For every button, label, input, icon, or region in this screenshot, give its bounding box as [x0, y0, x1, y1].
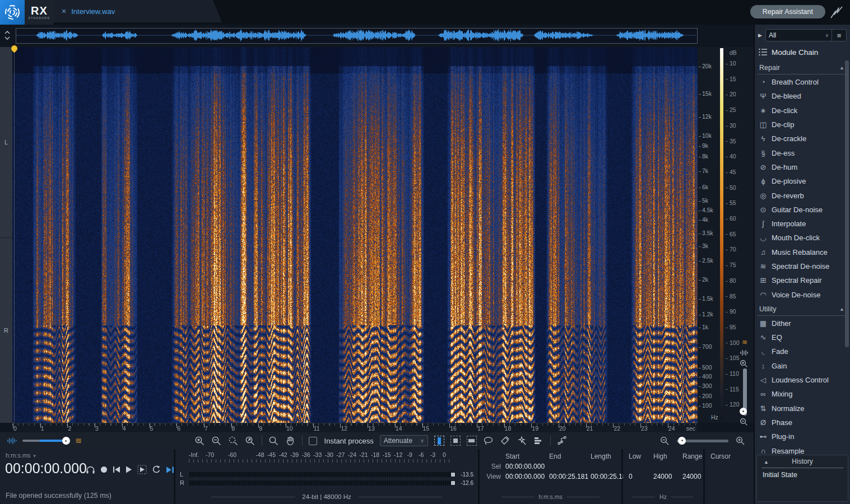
- module-item-de-crackle[interactable]: ϟDe-crackle: [755, 132, 850, 146]
- zoom-out-icon[interactable]: [211, 436, 222, 446]
- record-button[interactable]: [100, 466, 108, 473]
- instant-process-checkbox[interactable]: [309, 437, 317, 445]
- module-item-voice-de-noise[interactable]: ◠Voice De-noise: [755, 287, 850, 301]
- play-selection-button[interactable]: [137, 465, 147, 474]
- module-item-de-ess[interactable]: §De-ess: [755, 146, 850, 160]
- voice-de-noise-icon: ◠: [755, 291, 772, 299]
- module-item-de-plosive[interactable]: ɸDe-plosive: [755, 174, 850, 188]
- monitor-headphones-icon[interactable]: [86, 465, 95, 474]
- view-end-value[interactable]: 00:00:25.181: [549, 473, 589, 483]
- close-tab-icon[interactable]: ×: [62, 7, 66, 16]
- channel-left-strip[interactable]: L: [0, 47, 12, 238]
- sel-start-value[interactable]: 00:00:00.000: [505, 463, 548, 473]
- module-item-de-bleed[interactable]: ΨDe-bleed: [755, 89, 850, 103]
- magnify-tool-icon[interactable]: [268, 436, 279, 446]
- module-item-music-rebalance[interactable]: ♫Music Rebalance: [755, 245, 850, 259]
- waveform-blend-icon[interactable]: [7, 437, 17, 445]
- db-tick-label: 10: [726, 60, 736, 67]
- module-item-mixing[interactable]: ∞Mixing: [755, 387, 850, 401]
- loop-button[interactable]: [152, 465, 161, 474]
- grab-hand-icon[interactable]: [285, 436, 296, 446]
- meter-scale-label: -30: [325, 451, 333, 458]
- high-value[interactable]: 24000: [653, 473, 682, 483]
- module-item-gain[interactable]: ↕Gain: [755, 359, 850, 373]
- waveform-mode-icon[interactable]: [740, 349, 750, 358]
- spectrogram-view[interactable]: [12, 47, 698, 423]
- module-item-normalize[interactable]: ⇅Normalize: [755, 402, 850, 416]
- module-label: Dither: [772, 319, 791, 328]
- meter-scale-label: -70: [206, 451, 214, 458]
- hzoom-slider[interactable]: [677, 440, 728, 442]
- spectrogram-blend-icon[interactable]: ≋: [75, 437, 82, 445]
- hzoom-in-icon[interactable]: [735, 436, 746, 446]
- module-label: Fade: [772, 347, 788, 356]
- view-start-value[interactable]: 00:00:00.000: [505, 473, 548, 483]
- freq-tick-label: 700: [699, 343, 712, 350]
- module-item-de-click[interactable]: ∗De-click: [755, 104, 850, 118]
- brush-tool-icon[interactable]: [500, 436, 510, 446]
- module-item-dither[interactable]: ▦Dither: [755, 316, 850, 330]
- module-item-eq[interactable]: ∿EQ: [755, 330, 850, 344]
- preview-play-icon[interactable]: ▶: [758, 32, 762, 38]
- module-item-mouth-de-click[interactable]: ◡Mouth De-click: [755, 231, 850, 245]
- zoom-in-icon[interactable]: [194, 436, 205, 446]
- frequency-selection-tool[interactable]: [467, 436, 477, 446]
- file-tab[interactable]: × Interview.wav: [54, 0, 222, 22]
- time-format-selector[interactable]: h:m:s.ms ▼: [6, 452, 37, 459]
- module-item-phase[interactable]: ØPhase: [755, 416, 850, 430]
- vertical-zoom-knob[interactable]: [740, 408, 747, 415]
- waveform-overview[interactable]: [16, 28, 698, 44]
- node-points-tool-icon[interactable]: [557, 436, 568, 446]
- section-header-utility[interactable]: Utility▲: [757, 303, 848, 316]
- blend-slider-knob[interactable]: [62, 437, 70, 445]
- zoom-fit-icon[interactable]: [245, 436, 256, 446]
- de-crackle-icon: ϟ: [755, 134, 772, 143]
- history-item[interactable]: Initial State: [757, 468, 848, 482]
- fill-lines-tool-icon[interactable]: [533, 436, 544, 446]
- play-to-end-button[interactable]: [166, 466, 174, 474]
- section-header-repair[interactable]: Repair▲: [757, 62, 848, 74]
- repair-wand-icon[interactable]: [828, 3, 846, 21]
- module-item-de-clip[interactable]: ◫De-clip: [755, 118, 850, 132]
- module-item-plug-in[interactable]: ⊷Plug-in: [755, 430, 850, 444]
- process-mode-dropdown[interactable]: Attenuate ∨: [380, 435, 428, 446]
- module-item-breath-control[interactable]: ◔Breath Control: [755, 75, 850, 89]
- time-selection-tool[interactable]: [434, 436, 444, 446]
- magic-wand-tool-icon[interactable]: [517, 436, 527, 446]
- hzoom-slider-knob[interactable]: [678, 437, 686, 445]
- time-tick-label: 2: [68, 425, 71, 432]
- module-item-de-hum[interactable]: ⊘De-hum: [755, 160, 850, 174]
- vertical-zoom-in-icon[interactable]: [740, 360, 750, 368]
- sidebar-scrollbar[interactable]: [845, 60, 849, 347]
- time-frequency-selection-tool[interactable]: [450, 436, 461, 446]
- meter-scale-label: -48: [256, 451, 264, 458]
- play-button[interactable]: [126, 466, 132, 473]
- time-tick-label: 24: [668, 425, 675, 432]
- blend-slider[interactable]: [22, 440, 69, 442]
- module-item-fade[interactable]: ◟Fade: [755, 344, 850, 358]
- module-item-spectral-repair[interactable]: ⊞Spectral Repair: [755, 273, 850, 287]
- low-value[interactable]: 0: [629, 473, 653, 483]
- history-list: Initial State: [757, 468, 848, 482]
- repair-assistant-button[interactable]: Repair Assistant: [750, 5, 825, 18]
- view-length-value[interactable]: 00:00:25.181: [591, 473, 623, 483]
- lasso-tool-icon[interactable]: [483, 436, 494, 446]
- module-item-spectral-de-noise[interactable]: ≋Spectral De-noise: [755, 259, 850, 273]
- module-item-interpolate[interactable]: ∫Interpolate: [755, 217, 850, 231]
- go-to-start-button[interactable]: [113, 466, 120, 473]
- time-ruler[interactable]: 0123456789101112131415161718192021222324…: [12, 423, 698, 433]
- range-value[interactable]: 24000: [682, 473, 705, 483]
- module-chain-item[interactable]: Module Chain: [755, 44, 850, 60]
- channel-right-strip[interactable]: R: [0, 238, 12, 423]
- overview-resize-handle[interactable]: [2, 27, 13, 43]
- module-menu-button[interactable]: ≡: [832, 29, 847, 41]
- module-item-loudness-control[interactable]: ◁Loudness Control: [755, 373, 850, 387]
- module-item-guitar-de-noise[interactable]: ⊙Guitar De-noise: [755, 203, 850, 217]
- zoom-selection-icon[interactable]: [228, 436, 239, 446]
- module-filter-dropdown[interactable]: All ∨: [765, 29, 832, 41]
- hzoom-out-icon[interactable]: [659, 436, 670, 446]
- spectrogram-mode-icon[interactable]: ≋: [740, 338, 750, 347]
- module-label: Phase: [772, 418, 792, 427]
- module-item-de-reverb[interactable]: ◎De-reverb: [755, 188, 850, 202]
- vertical-zoom-out-icon[interactable]: [740, 418, 750, 427]
